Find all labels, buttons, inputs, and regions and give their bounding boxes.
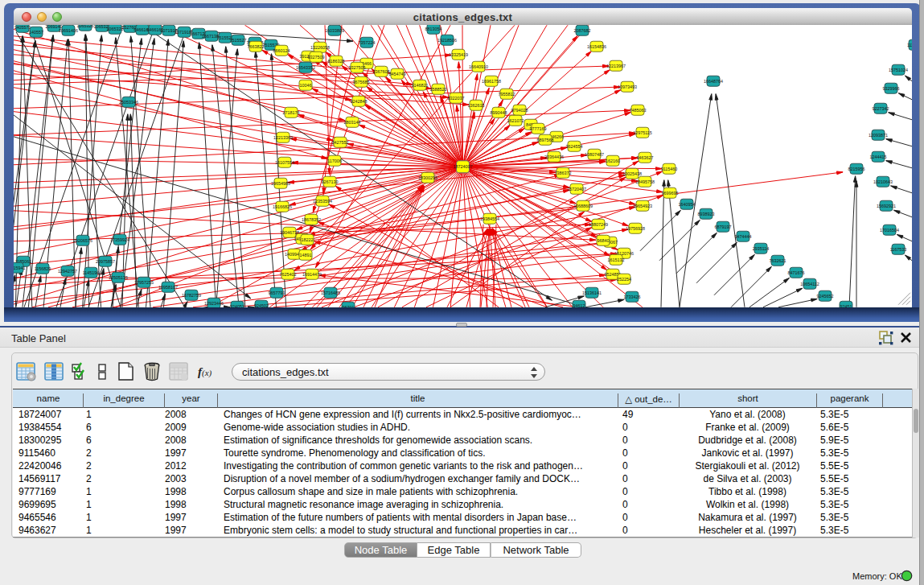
svg-text:12505135: 12505135 <box>109 275 128 280</box>
svg-text:18807249: 18807249 <box>589 222 608 227</box>
svg-text:162160: 162160 <box>606 159 620 163</box>
svg-text:9777169: 9777169 <box>530 126 547 131</box>
svg-text:9115460: 9115460 <box>661 167 678 171</box>
svg-text:1065328: 1065328 <box>107 27 124 31</box>
svg-text:117006: 117006 <box>327 159 342 163</box>
svg-text:19654923: 19654923 <box>633 204 652 208</box>
svg-text:1145194: 1145194 <box>83 270 100 275</box>
svg-text:19166825: 19166825 <box>273 204 292 209</box>
svg-text:9794028: 9794028 <box>511 108 528 113</box>
svg-text:3915941: 3915941 <box>14 266 26 270</box>
svg-text:8813054: 8813054 <box>425 27 442 31</box>
svg-text:1640954: 1640954 <box>679 202 696 207</box>
svg-text:16640910: 16640910 <box>469 64 488 69</box>
svg-text:924502: 924502 <box>254 303 269 307</box>
svg-text:14891: 14891 <box>300 253 312 257</box>
svg-text:20206576: 20206576 <box>73 238 92 243</box>
svg-text:16107554: 16107554 <box>275 160 294 165</box>
svg-text:9474444: 9474444 <box>735 234 752 239</box>
svg-text:25053346: 25053346 <box>119 100 138 105</box>
svg-text:1113254: 1113254 <box>907 43 912 47</box>
svg-text:20691406: 20691406 <box>59 28 78 33</box>
svg-text:9327509: 9327509 <box>308 55 325 60</box>
svg-text:12093871: 12093871 <box>869 133 888 138</box>
svg-text:12975115: 12975115 <box>633 130 652 135</box>
svg-text:19756928: 19756928 <box>626 226 645 231</box>
svg-text:18495758: 18495758 <box>635 179 655 184</box>
svg-text:252254: 252254 <box>617 277 631 282</box>
svg-text:6879197: 6879197 <box>715 225 732 229</box>
svg-text:9245652: 9245652 <box>817 294 834 299</box>
svg-text:2935114: 2935114 <box>753 246 770 251</box>
svg-text:16033809: 16033809 <box>325 28 344 33</box>
svg-text:18222: 18222 <box>302 237 314 242</box>
svg-text:2367608: 2367608 <box>373 69 390 74</box>
svg-text:92451: 92451 <box>840 304 852 307</box>
svg-text:12942757: 12942757 <box>58 269 77 274</box>
svg-text:18300295: 18300295 <box>418 175 437 180</box>
svg-text:16782759: 16782759 <box>182 293 201 298</box>
svg-text:7632621: 7632621 <box>770 258 786 263</box>
svg-text:12213369: 12213369 <box>273 135 293 140</box>
svg-text:1156829: 1156829 <box>35 266 51 271</box>
svg-text:2803144: 2803144 <box>344 120 361 125</box>
svg-text:8660124: 8660124 <box>273 48 290 53</box>
svg-text:7386372: 7386372 <box>555 171 572 175</box>
svg-text:9242848: 9242848 <box>351 99 368 104</box>
svg-text:15716485: 15716485 <box>321 290 340 295</box>
svg-text:7663822: 7663822 <box>248 44 265 49</box>
svg-text:13226058: 13226058 <box>310 45 330 50</box>
svg-text:6897568: 6897568 <box>537 138 554 142</box>
svg-text:18678352: 18678352 <box>302 217 321 222</box>
svg-text:19384554: 19384554 <box>480 216 499 221</box>
svg-text:8938923: 8938923 <box>698 212 715 216</box>
svg-text:15751024: 15751024 <box>889 68 908 72</box>
svg-text:96701: 96701 <box>343 305 355 307</box>
svg-text:15720407: 15720407 <box>567 187 586 192</box>
svg-text:17957255: 17957255 <box>134 280 154 285</box>
svg-text:7515527: 7515527 <box>230 38 247 43</box>
svg-text:3675685: 3675685 <box>353 80 370 84</box>
svg-text:9329966: 9329966 <box>883 86 900 91</box>
svg-text:924051: 924051 <box>230 304 244 307</box>
svg-text:10046: 10046 <box>300 83 312 88</box>
svg-text:16914479: 16914479 <box>302 272 322 277</box>
svg-text:16154836: 16154836 <box>587 44 606 49</box>
svg-text:15136141: 15136141 <box>582 290 602 295</box>
svg-text:96840: 96840 <box>598 238 610 243</box>
svg-text:19218506: 19218506 <box>437 38 457 43</box>
svg-text:(x): (x) <box>202 368 212 378</box>
svg-text:9267130: 9267130 <box>322 179 339 184</box>
svg-text:8454749: 8454749 <box>389 72 406 76</box>
svg-text:15692921: 15692921 <box>877 204 896 208</box>
svg-text:2087682: 2087682 <box>574 28 591 33</box>
svg-text:12213967: 12213967 <box>606 64 626 68</box>
svg-text:10654112: 10654112 <box>800 282 819 286</box>
svg-text:7955812: 7955812 <box>499 92 515 97</box>
svg-text:8471676: 8471676 <box>788 270 805 275</box>
svg-text:12353594: 12353594 <box>313 199 332 204</box>
svg-text:8990448: 8990448 <box>491 110 507 115</box>
svg-text:16648764: 16648764 <box>704 79 723 84</box>
svg-text:9227342: 9227342 <box>873 106 889 111</box>
svg-text:10958107: 10958107 <box>158 285 178 290</box>
svg-text:10025438: 10025438 <box>622 171 642 176</box>
svg-text:3624554: 3624554 <box>566 144 583 149</box>
svg-text:17016504: 17016504 <box>880 228 899 233</box>
svg-text:9327505: 9327505 <box>349 65 366 70</box>
svg-text:10688609: 10688609 <box>573 204 593 208</box>
svg-text:12923446: 12923446 <box>204 301 224 306</box>
svg-text:1244415: 1244415 <box>870 154 887 159</box>
svg-text:10973493: 10973493 <box>618 84 637 89</box>
svg-text:8186328: 8186328 <box>328 59 345 64</box>
svg-text:1621072: 1621072 <box>507 118 524 123</box>
svg-text:19046738: 19046738 <box>280 230 299 235</box>
svg-text:20975857: 20975857 <box>96 259 115 264</box>
svg-text:7625402: 7625402 <box>280 272 297 277</box>
svg-text:18724007: 18724007 <box>454 164 473 169</box>
svg-text:10210643: 10210643 <box>873 179 893 184</box>
svg-text:9699695: 9699695 <box>662 191 679 196</box>
svg-text:19654985: 19654985 <box>271 181 290 186</box>
svg-text:9463627: 9463627 <box>637 155 654 160</box>
svg-text:8215956: 8215956 <box>848 167 865 171</box>
